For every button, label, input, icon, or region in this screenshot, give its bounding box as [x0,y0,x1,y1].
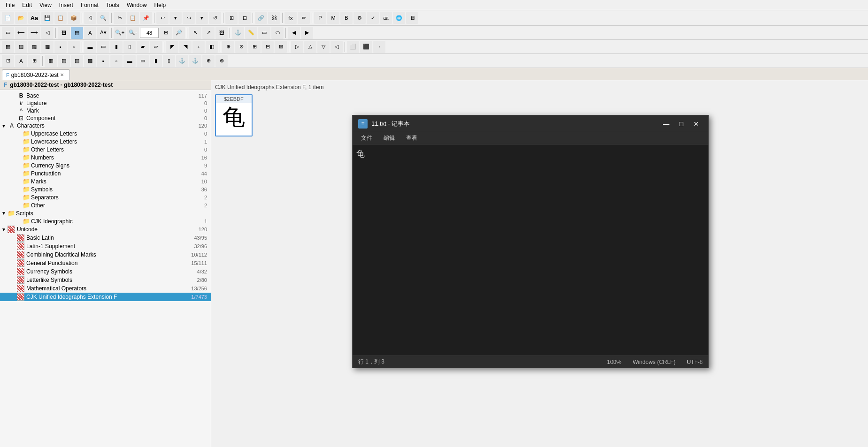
t24[interactable]: ▽ [317,41,330,53]
prev-btn[interactable]: ⟵ [15,27,27,39]
menu-help[interactable]: Help [151,1,170,9]
undo-drop-btn[interactable]: ▾ [169,12,182,24]
reload-btn[interactable]: ↺ [209,12,221,24]
r14[interactable]: ⚓ [176,55,188,67]
glyph-card[interactable]: $2EBDF 龟 [215,94,253,136]
tree-item-scripts[interactable]: ▼ 📁 Scripts [0,209,211,217]
tree-item-symbols[interactable]: 📁 Symbols 36 [0,185,211,193]
t8[interactable]: ▭ [97,41,109,53]
r15[interactable]: ⚓ [189,55,201,67]
tree-item-currencysigns[interactable]: 📁 Currency Signs 9 [0,161,211,169]
t3[interactable]: ▧ [28,41,40,53]
t14[interactable]: ◥ [179,41,192,53]
tree-item-base[interactable]: B Base 117 [0,92,211,99]
menu-view[interactable]: View [36,1,55,9]
r13[interactable]: ▯ [163,55,175,67]
tab-close-btn[interactable]: ✕ [60,72,64,77]
zoom-input[interactable]: 48 [140,28,159,38]
r11[interactable]: ▭ [137,55,149,67]
tree-item-separators[interactable]: 📁 Separators 2 [0,193,211,201]
notepad-menu-view[interactable]: 查看 [401,133,422,143]
tree-item-numbers[interactable]: 📁 Numbers 16 [0,153,211,161]
r7[interactable]: ▩ [84,55,96,67]
t23[interactable]: △ [304,41,316,53]
r9[interactable]: ▫ [110,55,123,67]
tree-item-component[interactable]: ⊡ Component 0 [0,114,211,122]
cut-btn[interactable]: ✂ [114,12,126,24]
copy-btn[interactable]: 📋 [127,12,139,24]
screen-btn[interactable]: 🖥 [406,12,418,24]
print-btn[interactable]: 🖨 [84,12,96,24]
spiro-btn[interactable]: ⚙ [353,12,366,24]
r6[interactable]: ▧ [71,55,83,67]
pfaedit-btn[interactable]: P [314,12,326,24]
font-btn[interactable]: Aa [28,12,40,24]
bitmap-btn[interactable]: B [340,12,353,24]
expand-unicode[interactable]: ▼ [0,227,8,232]
t6[interactable]: ▫ [68,41,80,53]
tree-item-unicode[interactable]: ▼ U Unicode 120 [0,225,211,234]
outline-btn[interactable]: ▤ [71,27,83,39]
t7[interactable]: ▬ [84,41,96,53]
fit-btn[interactable]: ⊞ [160,27,172,39]
t15[interactable]: ◦ [192,41,205,53]
gen-btn[interactable]: 📋 [54,12,67,24]
check-btn[interactable]: ✓ [367,12,379,24]
tree-area[interactable]: B Base 117 fi Ligature 0 ^ Mark 0 [0,90,211,447]
t16[interactable]: ◧ [206,41,218,53]
t13[interactable]: ◤ [166,41,178,53]
copy-ref-btn[interactable]: ⊞ [225,12,238,24]
r16[interactable]: ⊕ [202,55,215,67]
t9[interactable]: ▮ [110,41,123,53]
redo-btn[interactable]: ↪ [183,12,195,24]
tree-item-ligature[interactable]: fi Ligature 0 [0,99,211,107]
gen2-btn[interactable]: 📦 [68,12,80,24]
undo-btn[interactable]: ↩ [156,12,169,24]
menu-tools[interactable]: Tools [102,1,123,9]
menu-file[interactable]: File [2,1,18,9]
eraser-btn[interactable]: ✏ [298,12,310,24]
t1[interactable]: ▦ [2,41,14,53]
tree-item-lowercase[interactable]: 📁 Lowercase Letters 1 [0,137,211,145]
paste-btn[interactable]: 📌 [140,12,152,24]
r17[interactable]: ⊗ [215,55,228,67]
arrow2-btn[interactable]: ↗ [202,27,215,39]
world-btn[interactable]: 🌐 [393,12,405,24]
formula-btn[interactable]: fx [284,12,297,24]
t20[interactable]: ⊟ [261,41,274,53]
t2[interactable]: ▨ [15,41,27,53]
t28[interactable]: ⬝ [373,41,385,53]
pointer-btn[interactable]: ↖ [189,27,201,39]
tree-item-cjkideo[interactable]: 📁 CJK Ideographic 1 [0,217,211,225]
t19[interactable]: ⊞ [248,41,261,53]
r12[interactable]: ▮ [150,55,162,67]
box-btn[interactable]: ▭ [258,27,270,39]
expand-chars[interactable]: ▼ [0,123,8,129]
notepad-maximize-btn[interactable]: □ [675,118,688,129]
tree-item-marks[interactable]: 📁 Marks 10 [0,177,211,185]
expand-scripts[interactable]: ▼ [0,211,8,216]
tree-item-latin1[interactable]: U Latin-1 Supplement 32/96 [0,242,211,250]
zoom-out-btn[interactable]: 🔍- [127,27,139,39]
tree-item-genpunct[interactable]: U General Punctuation 15/111 [0,259,211,267]
tab-main[interactable]: F gb18030-2022-test ✕ [2,69,70,80]
t11[interactable]: ▰ [137,41,149,53]
next-btn[interactable]: ⟶ [28,27,40,39]
r10[interactable]: ▬ [123,55,136,67]
t12[interactable]: ▱ [150,41,162,53]
tree-item-letterlike[interactable]: U Letterlike Symbols 2/80 [0,276,211,284]
image-btn[interactable]: 🖼 [215,27,228,39]
t26[interactable]: ⬜ [347,41,359,53]
oval-btn[interactable]: ⬭ [271,27,284,39]
t4[interactable]: ▩ [41,41,54,53]
search-btn[interactable]: 🔎 [173,27,185,39]
r2[interactable]: A [15,55,27,67]
r8[interactable]: ▪ [97,55,109,67]
r1[interactable]: ⊡ [2,55,14,67]
notepad-close-btn[interactable]: ✕ [690,118,703,129]
menu-edit[interactable]: Edit [18,1,36,9]
save-btn[interactable]: 💾 [41,12,54,24]
notepad-menu-edit[interactable]: 编辑 [379,133,399,143]
scrollleft-btn[interactable]: ◁ [41,27,54,39]
notepad-minimize-btn[interactable]: — [660,118,673,129]
